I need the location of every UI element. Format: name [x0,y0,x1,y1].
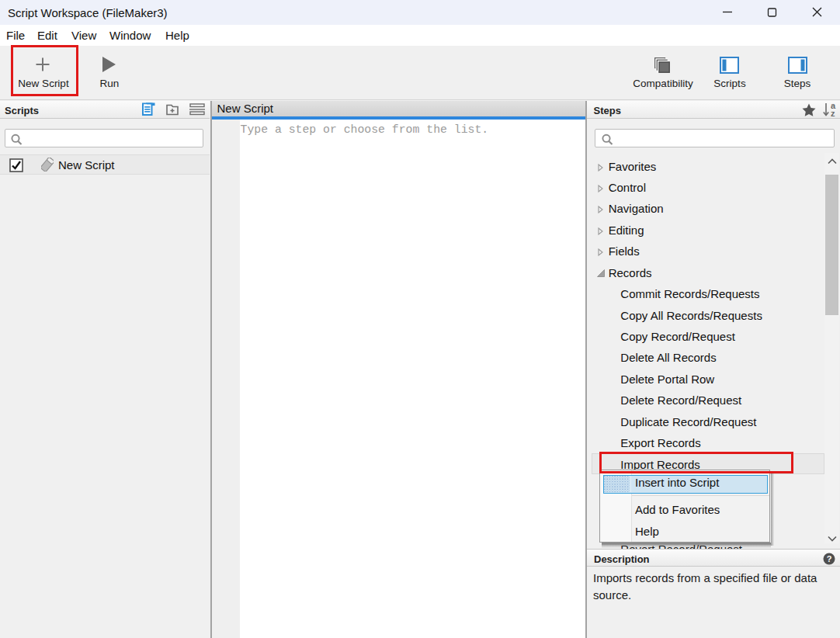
svg-text:z: z [831,109,835,117]
svg-text:?: ? [827,554,832,563]
